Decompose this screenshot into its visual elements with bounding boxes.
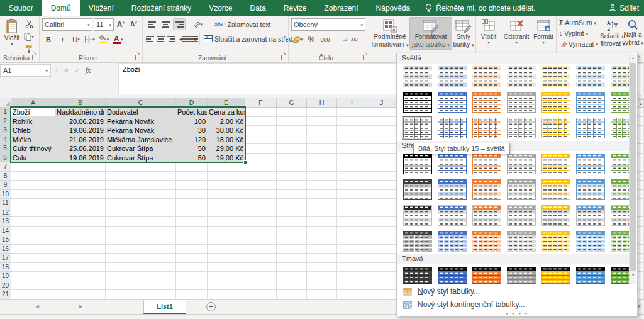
cell-B4[interactable]: 21.06.2019 xyxy=(55,135,106,145)
conditional-formatting-button[interactable]: ≠ Podmíněné formátování ▾ xyxy=(370,17,409,50)
cell-C13[interactable] xyxy=(106,217,176,227)
cell-G2[interactable] xyxy=(277,117,307,126)
cell-E14[interactable] xyxy=(208,227,245,236)
format-cells-button[interactable]: Formát ▾ xyxy=(531,17,555,47)
table-style-swatch[interactable] xyxy=(575,230,605,253)
cell-I15[interactable] xyxy=(337,235,367,245)
cell-A11[interactable] xyxy=(11,199,55,208)
cell-H8[interactable] xyxy=(307,172,337,181)
cell-C20[interactable] xyxy=(106,281,176,291)
cut-button[interactable] xyxy=(23,18,35,30)
table-style-swatch[interactable] xyxy=(575,152,605,176)
row-header-10[interactable]: 10 xyxy=(0,190,11,199)
align-top-button[interactable] xyxy=(145,18,158,30)
column-header-G[interactable]: G xyxy=(277,98,307,108)
percent-style-button[interactable]: % xyxy=(305,33,318,45)
cell-G7[interactable] xyxy=(277,162,307,172)
share-button[interactable]: Sdílet xyxy=(609,0,639,16)
underline-button[interactable]: U▾ xyxy=(70,33,82,45)
cell-J11[interactable] xyxy=(367,199,396,208)
cell-F6[interactable] xyxy=(245,154,277,163)
cell-A15[interactable] xyxy=(11,235,55,245)
gallery-scrollbar[interactable]: ▲ ▼ xyxy=(629,54,636,287)
cell-I20[interactable] xyxy=(337,281,367,291)
column-header-C[interactable]: C xyxy=(106,98,176,108)
table-style-swatch[interactable] xyxy=(471,204,501,227)
cell-D16[interactable] xyxy=(176,245,208,254)
row-header-1[interactable]: 1 xyxy=(0,108,11,117)
wrap-text-button[interactable]: ab↩ Zalamovat text xyxy=(212,20,273,30)
cell-I17[interactable] xyxy=(337,254,367,263)
cell-J15[interactable] xyxy=(367,235,396,245)
cell-A6[interactable]: Cukr xyxy=(11,154,55,163)
cell-F12[interactable] xyxy=(245,208,277,218)
clear-button[interactable]: Vymazat ▾ xyxy=(557,39,602,49)
dialog-launcher-icon[interactable] xyxy=(32,55,38,60)
cell-H7[interactable] xyxy=(307,162,337,172)
cell-I8[interactable] xyxy=(337,172,367,181)
cell-C16[interactable] xyxy=(106,245,176,254)
cell-D11[interactable] xyxy=(176,199,208,208)
cell-D19[interactable] xyxy=(176,272,208,281)
table-style-swatch[interactable] xyxy=(402,152,432,176)
cell-F21[interactable] xyxy=(245,290,277,299)
cell-J20[interactable] xyxy=(367,281,396,291)
cell-E16[interactable] xyxy=(208,245,245,254)
cell-D13[interactable] xyxy=(176,217,208,227)
cell-C19[interactable] xyxy=(106,272,176,281)
cell-C14[interactable] xyxy=(106,227,176,236)
table-style-swatch[interactable] xyxy=(506,230,536,253)
cell-J12[interactable] xyxy=(367,208,396,218)
align-left-button[interactable] xyxy=(145,33,155,45)
row-header-12[interactable]: 12 xyxy=(0,208,11,218)
cell-B7[interactable] xyxy=(55,162,106,172)
cell-H1[interactable] xyxy=(307,108,337,117)
row-header-11[interactable]: 11 xyxy=(0,199,11,208)
enter-icon[interactable]: ✓ xyxy=(74,67,80,75)
new-table-style-menu-item[interactable]: Nový styl tabulky... xyxy=(397,284,637,298)
sheet-nav-left-icon[interactable]: ◄ xyxy=(35,303,40,310)
row-header-13[interactable]: 13 xyxy=(0,217,11,227)
tell-me-box[interactable]: Řekněte mi, co chcete udělat. xyxy=(419,0,541,16)
new-pivot-style-menu-item[interactable]: ↻Nový styl kontingenční tabulky... xyxy=(397,298,637,311)
cell-A2[interactable]: Rohlík xyxy=(11,117,55,126)
table-style-swatch[interactable] xyxy=(506,65,536,88)
table-style-swatch[interactable] xyxy=(436,152,467,176)
cell-B5[interactable]: 25.06.2019 xyxy=(55,144,106,154)
cell-H11[interactable] xyxy=(307,199,337,208)
row-header-14[interactable]: 14 xyxy=(0,227,11,236)
cell-E20[interactable] xyxy=(208,281,245,291)
cell-I10[interactable] xyxy=(337,190,367,199)
table-style-swatch[interactable] xyxy=(471,65,501,88)
insert-function-icon[interactable]: fx xyxy=(85,66,91,76)
borders-button[interactable]: ▾ xyxy=(84,33,96,45)
cell-J4[interactable] xyxy=(367,135,396,145)
table-style-swatch[interactable] xyxy=(609,230,630,253)
cell-B16[interactable] xyxy=(55,245,106,254)
cell-I18[interactable] xyxy=(337,263,367,272)
cell-D10[interactable] xyxy=(176,190,208,199)
cell-H18[interactable] xyxy=(307,263,337,272)
cell-B19[interactable] xyxy=(55,272,106,281)
cell-B21[interactable] xyxy=(55,290,106,299)
cell-H3[interactable] xyxy=(307,126,337,135)
cell-E18[interactable] xyxy=(208,263,245,272)
cell-E11[interactable] xyxy=(208,199,245,208)
scroll-up-icon[interactable]: ▲ xyxy=(630,54,636,62)
cell-H21[interactable] xyxy=(307,290,337,299)
cell-B3[interactable]: 19.06.2019 xyxy=(55,126,106,135)
italic-button[interactable]: I xyxy=(56,33,69,45)
cell-G21[interactable] xyxy=(277,290,307,299)
column-header-B[interactable]: B xyxy=(55,98,106,108)
cell-E6[interactable]: 19,00 Kč xyxy=(208,154,245,163)
cell-H6[interactable] xyxy=(307,154,337,163)
cell-G20[interactable] xyxy=(277,281,307,291)
cell-styles-button[interactable]: Styly buňky ▾ xyxy=(452,17,475,50)
cell-B8[interactable] xyxy=(55,172,106,181)
cell-C18[interactable] xyxy=(106,263,176,272)
cell-G12[interactable] xyxy=(277,208,307,218)
orientation-button[interactable]: ab▾ xyxy=(192,18,204,30)
cell-J2[interactable] xyxy=(367,117,396,126)
row-header-3[interactable]: 3 xyxy=(0,126,11,135)
find-select-button[interactable]: Najít a vybrat ▾ xyxy=(623,18,642,49)
